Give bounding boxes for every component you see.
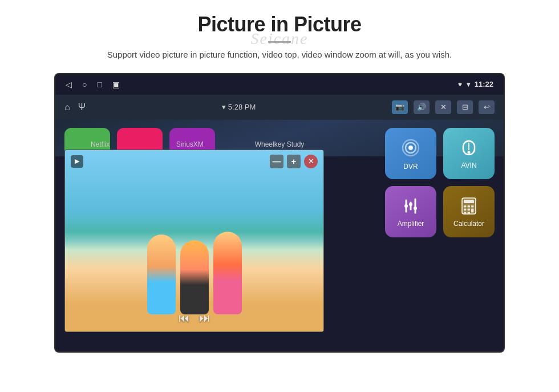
pip-window-controls: — + ✕ (270, 155, 318, 168)
pip-minimize-button[interactable]: — (270, 155, 283, 168)
wifi-status-icon: ▾ (222, 103, 226, 111)
pip-playback-controls: ⏮ ⏭ (65, 312, 323, 325)
svg-rect-21 (464, 212, 467, 214)
toolbar-time: 5:28 PM (228, 103, 256, 111)
status-bar: ◁ ○ □ ▣ ♥ ▾ 11:22 (55, 74, 504, 95)
home-toolbar-icon[interactable]: ⌂ (64, 102, 70, 112)
svg-point-12 (414, 207, 417, 210)
wheelkey-bottom-label: Wheelkey Study (234, 140, 324, 148)
video-people (147, 232, 242, 314)
prev-button[interactable]: ⏮ (179, 312, 190, 325)
toolbar-center: ▾ 5:28 PM (86, 103, 392, 111)
amplifier-label: Amplifier (398, 220, 424, 228)
person-3 (213, 232, 242, 314)
page-wrapper: Picture in Picture Seicane Support video… (0, 0, 559, 392)
main-content: ▶ — + ✕ ⏮ ⏭ (55, 120, 504, 156)
window-button[interactable]: ⊟ (457, 100, 473, 114)
toolbar-right: 📷 🔊 ✕ ⊟ ↩ (392, 100, 495, 114)
netflix-bottom-label: Netflix (55, 140, 145, 148)
calculator-label: Calculator (453, 220, 484, 228)
status-time: 11:22 (475, 80, 493, 88)
pip-video: ▶ — + ✕ ⏮ ⏭ (65, 150, 323, 332)
home-icon[interactable]: ○ (82, 80, 87, 89)
header-section: Picture in Picture Seicane Support video… (0, 0, 559, 73)
amplifier-icon (400, 196, 421, 216)
usb-icon[interactable]: Ψ (78, 102, 86, 112)
svg-point-11 (409, 203, 412, 206)
volume-button[interactable]: 🔊 (414, 100, 430, 114)
recent-icon[interactable]: □ (97, 80, 102, 89)
app-calculator[interactable]: Calculator (443, 186, 495, 237)
pip-play-icon[interactable]: ▶ (71, 155, 83, 168)
subtitle: Support video picture in picture functio… (80, 49, 479, 62)
svg-point-10 (404, 204, 408, 208)
back-toolbar-button[interactable]: ↩ (479, 100, 495, 114)
svg-rect-22 (468, 212, 471, 214)
pip-expand-button[interactable]: + (287, 155, 301, 168)
siriusxm-bottom-label: SiriusXM (145, 140, 234, 148)
status-bar-left: ◁ ○ □ ▣ (66, 80, 120, 89)
svg-rect-16 (468, 205, 471, 208)
person-1 (147, 235, 176, 314)
svg-rect-14 (464, 200, 474, 203)
next-button[interactable]: ⏭ (199, 312, 210, 325)
svg-rect-19 (468, 208, 471, 211)
wifi-icon: ▾ (467, 80, 470, 88)
camera-button[interactable]: 📷 (392, 100, 408, 114)
status-bar-right: ♥ ▾ 11:22 (458, 80, 493, 88)
svg-rect-17 (471, 205, 474, 208)
toolbar: ⌂ Ψ ▾ 5:28 PM 📷 🔊 ✕ ⊟ ↩ (55, 95, 504, 120)
device-frame: ◁ ○ □ ▣ ♥ ▾ 11:22 ⌂ Ψ ▾ 5:28 PM (54, 73, 505, 353)
pip-window: ▶ — + ✕ ⏮ ⏭ (64, 149, 324, 332)
page-title: Picture in Picture (0, 13, 559, 37)
person-2 (180, 240, 209, 314)
back-icon[interactable]: ◁ (66, 80, 72, 89)
svg-rect-15 (464, 205, 467, 208)
svg-rect-18 (464, 208, 467, 211)
dvr-label: DVR (403, 163, 418, 171)
time-display: ▾ 5:28 PM (222, 103, 256, 111)
location-icon: ♥ (458, 80, 462, 88)
pip-controls: ▶ — + ✕ (65, 155, 323, 168)
title-divider (268, 41, 291, 43)
app-amplifier[interactable]: Amplifier (385, 186, 436, 237)
menu-icon[interactable]: ▣ (112, 80, 120, 89)
toolbar-left: ⌂ Ψ (64, 102, 86, 112)
calculator-icon (459, 196, 479, 216)
close-button[interactable]: ✕ (435, 100, 451, 114)
avin-label: AVIN (461, 161, 476, 169)
svg-rect-20 (471, 208, 474, 212)
pip-close-button[interactable]: ✕ (304, 155, 318, 168)
